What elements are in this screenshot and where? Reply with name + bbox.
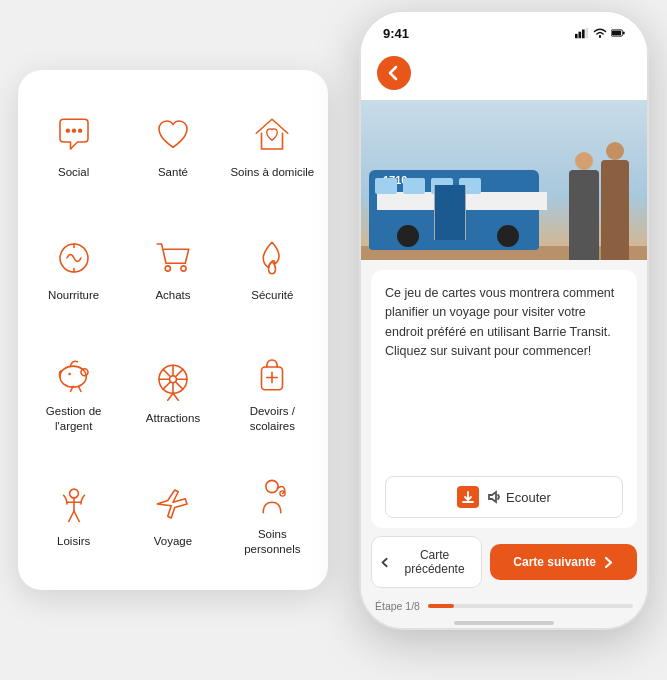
nourriture-label: Nourriture [48,288,99,303]
svg-point-1 [71,128,75,132]
svg-point-6 [165,266,170,271]
category-sante[interactable]: Santé [125,86,220,205]
category-soins-personnels[interactable]: Soins personnels [225,455,320,574]
card-description: Ce jeu de cartes vous montrera comment p… [385,284,623,362]
achats-label: Achats [155,288,190,303]
svg-point-10 [68,372,71,375]
category-soins-domicile[interactable]: Soins à domicile [225,86,320,205]
svg-line-21 [175,369,182,376]
progress-bar-background [428,604,633,608]
next-button[interactable]: Carte suivante [490,544,637,580]
signal-icon [575,26,589,40]
svg-point-2 [78,128,82,132]
right-arrow-icon [601,556,614,569]
soins-personnels-label: Soins personnels [229,527,316,557]
cart-icon [149,234,197,282]
category-nourriture[interactable]: Nourriture [26,209,121,328]
notch [454,12,554,34]
next-label: Carte suivante [513,555,596,569]
svg-rect-32 [582,30,585,39]
category-voyage[interactable]: Voyage [125,455,220,574]
svg-line-19 [163,369,170,376]
bus-image: 1710 [361,100,647,260]
sante-label: Santé [158,165,188,180]
voyage-label: Voyage [154,534,192,549]
svg-point-7 [181,266,186,271]
social-label: Social [58,165,89,180]
backpack-icon [248,350,296,398]
progress-bar-fill [428,604,454,608]
listen-label: Ecouter [487,490,551,505]
ferris-icon [149,357,197,405]
svg-line-12 [78,386,81,391]
card-body: Ce jeu de cartes vous montrera comment p… [371,270,637,528]
prev-label: Carte précédente [396,548,473,576]
category-card: Social Santé Soins à domicile Nourriture… [18,70,328,590]
grooming-icon [248,473,296,521]
speaker-icon [487,490,501,504]
svg-rect-36 [612,31,621,36]
food-icon [50,234,98,282]
svg-line-22 [163,382,170,389]
phone-shell: 9:41 [359,10,649,630]
svg-line-24 [173,393,178,400]
svg-line-23 [168,393,173,400]
category-social[interactable]: Social [26,86,121,205]
home-heart-icon [248,111,296,159]
battery-icon [611,26,625,40]
chat-icon [50,111,98,159]
soins-domicile-label: Soins à domicile [230,165,314,180]
plane-icon [149,480,197,528]
back-button[interactable] [377,56,411,90]
svg-rect-35 [623,31,625,34]
progress-label: Étape 1/8 [375,600,420,612]
devoirs-label: Devoirs / scolaires [229,404,316,434]
svg-point-0 [65,128,69,132]
listen-button[interactable]: Ecouter [385,476,623,518]
securite-label: Sécurité [251,288,293,303]
status-icons [575,26,625,40]
back-arrow-icon [386,65,402,81]
svg-point-28 [266,480,278,492]
listen-text: Ecouter [506,490,551,505]
phone-mockup: 9:41 [359,10,649,630]
svg-rect-30 [575,34,578,38]
fire-icon [248,234,296,282]
home-indicator [361,622,647,628]
home-bar [454,621,554,625]
heart-icon [149,111,197,159]
category-gestion-argent[interactable]: Gestion de l'argent [26,332,121,451]
progress-area: Étape 1/8 [361,596,647,622]
attractions-label: Attractions [146,411,200,426]
category-achats[interactable]: Achats [125,209,220,328]
prev-button[interactable]: Carte précédente [371,536,482,588]
bottom-navigation: Carte précédente Carte suivante [361,528,647,596]
wifi-icon [593,26,607,40]
svg-rect-31 [579,32,582,39]
gestion-argent-label: Gestion de l'argent [30,404,117,434]
left-arrow-icon [380,556,391,569]
piggy-icon [50,350,98,398]
phone-nav [361,48,647,100]
download-icon [457,486,479,508]
svg-line-20 [175,382,182,389]
sports-icon [50,480,98,528]
category-securite[interactable]: Sécurité [225,209,320,328]
svg-rect-33 [586,28,589,39]
loisirs-label: Loisirs [57,534,90,549]
category-attractions[interactable]: Attractions [125,332,220,451]
category-loisirs[interactable]: Loisirs [26,455,121,574]
phone-content: 1710 Ce jeu de cartes vou [361,48,647,628]
svg-point-27 [69,489,78,498]
category-devoirs[interactable]: Devoirs / scolaires [225,332,320,451]
status-time: 9:41 [383,26,409,41]
